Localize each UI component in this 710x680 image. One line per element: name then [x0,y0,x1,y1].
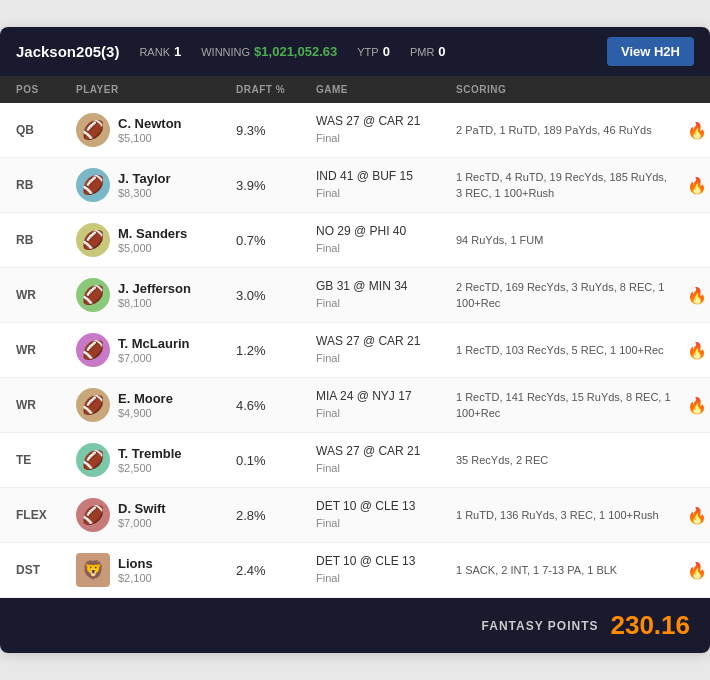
draft-pct: 9.3% [236,123,316,138]
game-status: Final [316,242,340,254]
fpts-cell: 🔥 26.16 [676,121,710,140]
game-status: Final [316,297,340,309]
avatar: 🏈 [76,113,110,147]
col-scoring: SCORING [456,84,676,95]
game-info: NO 29 @ PHI 40Final [316,223,456,257]
fpts-cell: 🔥 56.40 [676,176,710,195]
table-row: WR 🏈 T. McLaurin $7,000 1.2% WAS 27 @ CA… [0,323,710,378]
draft-pct: 0.1% [236,453,316,468]
player-salary: $4,900 [118,407,173,419]
fpts-cell: 5.50 [676,452,710,468]
draft-pct: 1.2% [236,343,316,358]
game-info: MIA 24 @ NYJ 17Final [316,388,456,422]
player-details: E. Moore $4,900 [118,391,173,419]
table-row: WR 🏈 E. Moore $4,900 4.6% MIA 24 @ NYJ 1… [0,378,710,433]
game-status: Final [316,517,340,529]
footer-total: 230.16 [610,610,690,641]
player-name: T. Tremble [118,446,182,462]
scoring-info: 1 SACK, 2 INT, 1 7-13 PA, 1 BLK [456,562,676,579]
col-pos: POS [16,84,76,95]
game-status: Final [316,187,340,199]
table-row: TE 🏈 T. Tremble $2,500 0.1% WAS 27 @ CAR… [0,433,710,488]
ytp-label: YTP [357,46,378,58]
fire-icon: 🔥 [687,286,707,305]
scoring-info: 35 RecYds, 2 REC [456,452,676,469]
col-draft-pct: DRAFT % [236,84,316,95]
player-info: 🏈 E. Moore $4,900 [76,388,236,422]
rank-value: 1 [174,44,181,59]
player-details: T. McLaurin $7,000 [118,336,190,364]
player-name: T. McLaurin [118,336,190,352]
lineup-card: Jackson205(3) RANK 1 WINNING $1,021,052.… [0,27,710,653]
draft-pct: 3.0% [236,288,316,303]
avatar: 🏈 [76,333,110,367]
player-details: J. Taylor $8,300 [118,171,171,199]
player-salary: $8,100 [118,297,191,309]
avatar: 🏈 [76,498,110,532]
player-pos: WR [16,288,76,302]
player-details: M. Sanders $5,000 [118,226,187,254]
fire-icon: 🔥 [687,396,707,415]
avatar: 🏈 [76,168,110,202]
game-info: WAS 27 @ CAR 21Final [316,443,456,477]
player-pos: WR [16,398,76,412]
avatar: 🏈 [76,278,110,312]
player-salary: $7,000 [118,517,166,529]
fpts-cell: 🔥 32.60 [676,396,710,415]
fire-icon: 🔥 [687,341,707,360]
game-status: Final [316,407,340,419]
player-salary: $8,300 [118,187,171,199]
player-pos: RB [16,178,76,192]
player-salary: $2,500 [118,462,182,474]
fire-icon: 🔥 [687,121,707,140]
rank-label: RANK [139,46,170,58]
player-details: T. Tremble $2,500 [118,446,182,474]
fire-icon: 🔥 [687,561,707,580]
game-status: Final [316,572,340,584]
player-table: QB 🏈 C. Newton $5,100 9.3% WAS 27 @ CAR … [0,103,710,598]
player-pos: TE [16,453,76,467]
player-details: Lions $2,100 [118,556,153,584]
game-info: WAS 27 @ CAR 21Final [316,333,456,367]
scoring-info: 2 PaTD, 1 RuTD, 189 PaYds, 46 RuYds [456,122,676,139]
player-details: J. Jefferson $8,100 [118,281,191,309]
player-salary: $7,000 [118,352,190,364]
player-name: E. Moore [118,391,173,407]
draft-pct: 4.6% [236,398,316,413]
view-h2h-button[interactable]: View H2H [607,37,694,66]
fpts-cell: 🔥 25.60 [676,506,710,525]
table-row: RB 🏈 M. Sanders $5,000 0.7% NO 29 @ PHI … [0,213,710,268]
player-name: Lions [118,556,153,572]
scoring-info: 1 RuTD, 136 RuYds, 3 REC, 1 100+Rush [456,507,676,524]
col-player: PLAYER [76,84,236,95]
player-salary: $2,100 [118,572,153,584]
winning-label: WINNING [201,46,250,58]
player-info: 🏈 D. Swift $7,000 [76,498,236,532]
player-pos: RB [16,233,76,247]
game-info: DET 10 @ CLE 13Final [316,498,456,532]
game-info: DET 10 @ CLE 13Final [316,553,456,587]
avatar: 🏈 [76,388,110,422]
game-status: Final [316,462,340,474]
col-fpts: FPTS [676,84,710,95]
pmr-label: PMR [410,46,434,58]
scoring-info: 94 RuYds, 1 FUM [456,232,676,249]
draft-pct: 0.7% [236,233,316,248]
avatar: 🏈 [76,443,110,477]
player-pos: WR [16,343,76,357]
game-info: WAS 27 @ CAR 21Final [316,113,456,147]
player-pos: FLEX [16,508,76,522]
game-info: IND 41 @ BUF 15Final [316,168,456,202]
ytp-section: YTP 0 [353,44,390,59]
pmr-value: 0 [438,44,445,59]
player-info: 🦁 Lions $2,100 [76,553,236,587]
header: Jackson205(3) RANK 1 WINNING $1,021,052.… [0,27,710,76]
game-status: Final [316,132,340,144]
fire-icon: 🔥 [687,506,707,525]
winning-section: WINNING $1,021,052.63 [197,44,337,59]
player-info: 🏈 J. Jefferson $8,100 [76,278,236,312]
player-info: 🏈 T. McLaurin $7,000 [76,333,236,367]
player-details: C. Newton $5,100 [118,116,182,144]
player-info: 🏈 J. Taylor $8,300 [76,168,236,202]
player-name: M. Sanders [118,226,187,242]
